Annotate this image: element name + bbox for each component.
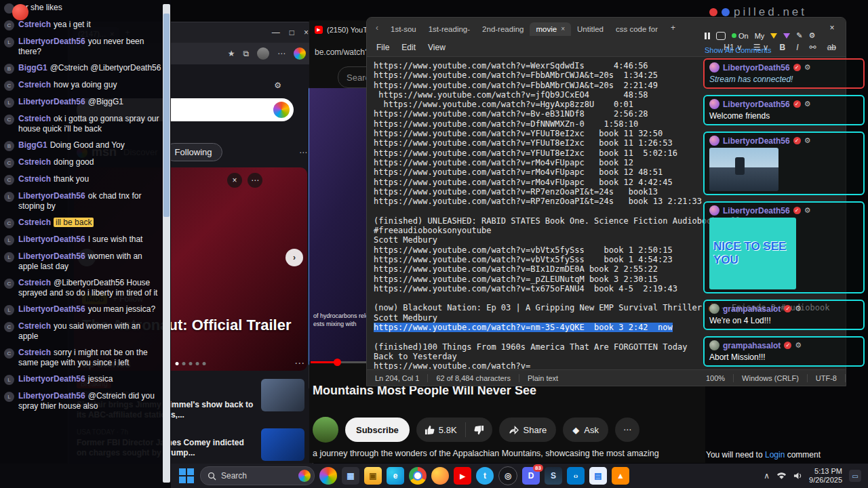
taskbar-app-icon[interactable]: ◎ [498, 466, 517, 485]
subscribe-button[interactable]: Subscribe [345, 418, 410, 442]
taskbar-app-icon[interactable]: ▣ [364, 467, 382, 485]
dislike-button[interactable] [466, 418, 492, 442]
close-window-icon[interactable]: × [304, 28, 309, 37]
message-gear-icon[interactable]: ⚙ [804, 63, 811, 72]
taskbar-app-icon[interactable] [319, 467, 337, 485]
menu-view[interactable]: View [428, 43, 446, 52]
on-toggle[interactable]: On [732, 32, 749, 40]
taskbar-app-icon[interactable]: ▤ [589, 467, 607, 485]
chat-message: C Cstreichill be back [4, 218, 161, 228]
message-gear-icon[interactable]: ⚙ [795, 304, 802, 313]
chat-username[interactable]: LibertyorDeath56 [18, 374, 85, 384]
filter-yellow-icon[interactable] [770, 33, 777, 39]
chat-message: LibertyorDeath56 ✓ ⚙ Welcome friends [703, 95, 865, 125]
hero-close-icon[interactable]: × [227, 173, 242, 188]
chat-overlay-panel: er she likes C Cstreichyea i get it L Li… [0, 0, 171, 488]
editor-tab[interactable]: 1st-sou × [384, 22, 422, 36]
minimize-icon[interactable]: — [272, 28, 280, 37]
taskbar-app-icon[interactable]: t [476, 467, 494, 485]
chat-image-nice-to-see-you[interactable]: NICE TO SEE YOU [709, 218, 796, 289]
pause-icon[interactable] [705, 33, 710, 39]
chat-username[interactable]: LibertyorDeath56 [18, 304, 85, 314]
chat-username[interactable]: BiggG1 [18, 140, 47, 150]
menu-file[interactable]: File [376, 43, 389, 52]
my-filter[interactable]: My [755, 32, 765, 40]
like-button[interactable]: 5.8K [416, 418, 465, 442]
message-gear-icon[interactable]: ⚙ [804, 100, 811, 108]
editor-tab[interactable]: movie × [530, 22, 571, 36]
close-tab-icon[interactable]: × [561, 25, 565, 33]
taskbar-search[interactable]: Search [200, 466, 315, 485]
chat-username[interactable]: LibertyorDeath56 [18, 251, 85, 261]
profile-avatar[interactable] [257, 47, 269, 60]
login-link[interactable]: Login [765, 450, 785, 460]
chat-settings-gear-icon[interactable]: ⚙ [809, 31, 816, 40]
taskbar-app-icon[interactable]: ▶ [454, 467, 471, 485]
taskbar-app-icon[interactable]: e [387, 467, 404, 485]
taskbar-app-icon[interactable]: ▲ [612, 467, 629, 485]
chat-scrollbar[interactable] [163, 4, 170, 483]
maximize-icon[interactable]: □ [290, 28, 294, 37]
progress-knob[interactable] [334, 359, 341, 366]
taskbar-app-icon[interactable]: S [545, 467, 562, 485]
collections-icon[interactable]: ⧉ [243, 49, 249, 58]
chat-image-boat[interactable] [709, 148, 778, 191]
feed-more-icon[interactable]: ⋯ [299, 148, 307, 157]
hero-more-icon[interactable]: ⋯ [248, 173, 262, 188]
chat-username[interactable]: Cstreich [18, 348, 51, 357]
nav-following[interactable]: Following [165, 143, 222, 161]
channel-avatar[interactable] [313, 417, 338, 443]
video-more-icon[interactable]: ⋯ [615, 418, 639, 442]
chat-username[interactable]: Cstreich [18, 20, 51, 29]
message-gear-icon[interactable]: ⚙ [804, 206, 811, 215]
share-button[interactable]: Share [499, 418, 557, 442]
copilot-icon[interactable] [294, 47, 306, 60]
chat-message: C Cstreichyou said women with an apple [4, 321, 161, 342]
taskbar-app-icon[interactable]: ‹› [567, 467, 585, 485]
chat-username[interactable]: LibertyorDeath56 [18, 97, 85, 106]
avatar: L [4, 252, 14, 262]
selected-text[interactable]: https://www.youtube.com/watch?v=nm-3S-4y… [374, 323, 673, 332]
chat-message: LibertyorDeath56 ✓ ⚙ Stream has connecte… [703, 58, 865, 89]
favorites-star-icon[interactable]: ★ [228, 49, 235, 58]
top-stories-more-icon[interactable]: ⋯ [294, 357, 304, 369]
chat-username[interactable]: Cstreich [18, 174, 51, 184]
editor-tab[interactable]: 1st-reading- × [422, 22, 476, 36]
chat-username[interactable]: LibertyorDeath56 [18, 191, 85, 201]
chat-username[interactable]: LibertyorDeath56 [18, 391, 85, 401]
chat-username[interactable]: BiggG1 [18, 63, 47, 73]
edit-pencil-icon[interactable]: ✎ [796, 31, 802, 40]
filter-purple-icon[interactable] [783, 33, 790, 39]
settings-gear-icon[interactable]: ⚙ [274, 81, 281, 90]
video-description[interactable]: a journey through the wonders of the App… [313, 449, 699, 458]
editor-tab[interactable]: css code for × [610, 22, 664, 36]
verified-badge-icon: ✓ [793, 207, 801, 214]
show-all-comments-link[interactable]: Show All Comments [705, 46, 771, 54]
chat-username[interactable]: Cstreich [18, 278, 51, 287]
taskbar-app-icon[interactable] [409, 467, 427, 485]
tab-scroll-left-icon[interactable]: ‹ [371, 23, 383, 33]
chat-username[interactable]: Cstreich [18, 157, 51, 167]
chat-bubble-icon[interactable] [716, 32, 726, 40]
new-tab-icon[interactable]: + [665, 23, 681, 33]
message-gear-icon[interactable]: ⚙ [795, 341, 802, 350]
chat-username[interactable]: Cstreich [18, 80, 51, 89]
message-gear-icon[interactable]: ⚙ [804, 136, 811, 145]
chat-username[interactable]: Cstreich [18, 218, 51, 227]
chat-username[interactable]: Cstreich [18, 321, 51, 331]
chat-text: @Cstreich @LibertyorDeath56 [50, 63, 161, 73]
taskbar-app-icon[interactable]: ▦ [342, 467, 359, 485]
chat-username[interactable]: Cstreich [18, 114, 51, 123]
chat-username[interactable]: LibertyorDeath56 [18, 235, 85, 244]
editor-tab[interactable]: Untitled × [571, 22, 610, 36]
ask-button[interactable]: ◆ Ask [563, 418, 608, 442]
menu-edit[interactable]: Edit [401, 43, 416, 52]
start-button[interactable] [178, 467, 195, 485]
address-bar-url[interactable]: be.com/watch? [315, 47, 370, 57]
carousel-next-icon[interactable]: › [285, 249, 303, 266]
chat-username[interactable]: LibertyorDeath56 [18, 37, 85, 46]
taskbar-app-icon[interactable]: D 83 [522, 467, 540, 485]
more-menu-icon[interactable]: ⋯ [277, 49, 285, 58]
editor-tab[interactable]: 2nd-reading × [476, 22, 530, 36]
taskbar-app-icon[interactable] [431, 467, 449, 485]
